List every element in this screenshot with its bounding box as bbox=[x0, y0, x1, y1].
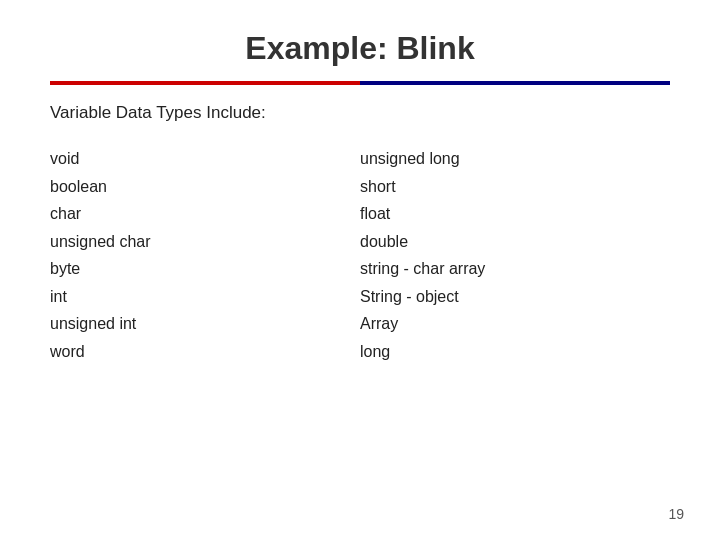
list-item: Array bbox=[360, 310, 670, 338]
slide-subtitle: Variable Data Types Include: bbox=[50, 103, 670, 123]
slide-title: Example: Blink bbox=[50, 30, 670, 67]
slide-container: Example: Blink Variable Data Types Inclu… bbox=[0, 0, 720, 540]
list-item: byte bbox=[50, 255, 360, 283]
list-item: float bbox=[360, 200, 670, 228]
list-item: unsigned char bbox=[50, 228, 360, 256]
list-item: short bbox=[360, 173, 670, 201]
list-item: int bbox=[50, 283, 360, 311]
page-number: 19 bbox=[668, 506, 684, 522]
list-item: unsigned int bbox=[50, 310, 360, 338]
list-item: boolean bbox=[50, 173, 360, 201]
columns-container: voidbooleancharunsigned charbyteintunsig… bbox=[50, 145, 670, 365]
left-column: voidbooleancharunsigned charbyteintunsig… bbox=[50, 145, 360, 365]
list-item: word bbox=[50, 338, 360, 366]
title-divider bbox=[50, 81, 670, 85]
list-item: long bbox=[360, 338, 670, 366]
list-item: string - char array bbox=[360, 255, 670, 283]
list-item: String - object bbox=[360, 283, 670, 311]
list-item: void bbox=[50, 145, 360, 173]
list-item: double bbox=[360, 228, 670, 256]
list-item: char bbox=[50, 200, 360, 228]
right-column: unsigned longshortfloatdoublestring - ch… bbox=[360, 145, 670, 365]
list-item: unsigned long bbox=[360, 145, 670, 173]
